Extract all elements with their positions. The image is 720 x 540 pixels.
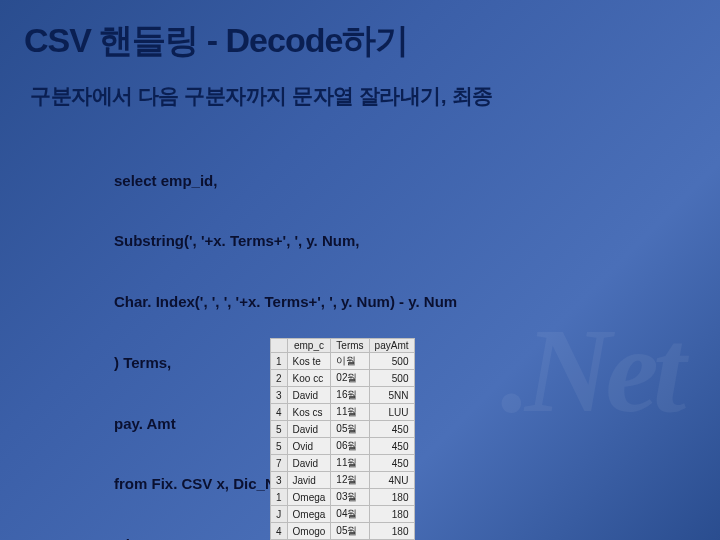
slide-title: CSV 핸들링 - Decode하기: [24, 18, 696, 64]
cell-terms: 04월: [331, 506, 369, 523]
table-header-row: emp_c Terms payAmt: [271, 339, 415, 353]
row-number: 4: [271, 523, 288, 540]
row-number: 5: [271, 438, 288, 455]
cell-emp: David: [287, 421, 331, 438]
row-number: 5: [271, 421, 288, 438]
code-line: Char. Index(', ', ', '+x. Terms+', ', y.…: [114, 292, 696, 312]
row-number: J: [271, 506, 288, 523]
cell-terms: 02월: [331, 370, 369, 387]
result-table-container: emp_c Terms payAmt 1Kos te이월5002Koo cc02…: [270, 338, 490, 540]
cell-payamt: 450: [369, 438, 414, 455]
table-row: 3David16월5NN: [271, 387, 415, 404]
row-number: 4: [271, 404, 288, 421]
cell-payamt: 500: [369, 353, 414, 370]
cell-payamt: 180: [369, 489, 414, 506]
cell-emp: Omogo: [287, 523, 331, 540]
code-line: Substring(', '+x. Terms+', ', y. Num,: [114, 231, 696, 251]
cell-terms: 03월: [331, 489, 369, 506]
col-header: payAmt: [369, 339, 414, 353]
cell-terms: 11월: [331, 404, 369, 421]
table-row: 4Omogo05월180: [271, 523, 415, 540]
cell-payamt: 4NU: [369, 472, 414, 489]
col-header: emp_c: [287, 339, 331, 353]
row-number: 3: [271, 472, 288, 489]
col-header: Terms: [331, 339, 369, 353]
cell-payamt: 450: [369, 455, 414, 472]
cell-emp: Omega: [287, 506, 331, 523]
result-table: emp_c Terms payAmt 1Kos te이월5002Koo cc02…: [270, 338, 415, 540]
table-row: 5David05월450: [271, 421, 415, 438]
cell-terms: 05월: [331, 421, 369, 438]
cell-emp: David: [287, 455, 331, 472]
table-row: 7David11월450: [271, 455, 415, 472]
cell-terms: 12월: [331, 472, 369, 489]
cell-emp: Omega: [287, 489, 331, 506]
cell-terms: 06월: [331, 438, 369, 455]
cell-emp: David: [287, 387, 331, 404]
row-number: 3: [271, 387, 288, 404]
cell-terms: 이월: [331, 353, 369, 370]
cell-payamt: 5NN: [369, 387, 414, 404]
cell-emp: Koo cc: [287, 370, 331, 387]
row-number: 7: [271, 455, 288, 472]
cell-emp: Javid: [287, 472, 331, 489]
table-row: 2Koo cc02월500: [271, 370, 415, 387]
cell-emp: Kos te: [287, 353, 331, 370]
table-row: 1Kos te이월500: [271, 353, 415, 370]
row-number: 2: [271, 370, 288, 387]
slide-container: .Net CSV 핸들링 - Decode하기 구분자에서 다음 구분자까지 문…: [0, 0, 720, 540]
row-number: 1: [271, 353, 288, 370]
cell-emp: Ovid: [287, 438, 331, 455]
cell-payamt: LUU: [369, 404, 414, 421]
code-line: select emp_id,: [114, 171, 696, 191]
table-row: 1Omega03월180: [271, 489, 415, 506]
cell-terms: 11월: [331, 455, 369, 472]
col-header: [271, 339, 288, 353]
table-row: 3Javid12월4NU: [271, 472, 415, 489]
row-number: 1: [271, 489, 288, 506]
table-row: 5Ovid06월450: [271, 438, 415, 455]
cell-payamt: 180: [369, 523, 414, 540]
cell-terms: 05월: [331, 523, 369, 540]
cell-payamt: 500: [369, 370, 414, 387]
cell-terms: 16월: [331, 387, 369, 404]
slide-subtitle: 구분자에서 다음 구분자까지 문자열 잘라내기, 최종: [30, 82, 696, 110]
cell-payamt: 180: [369, 506, 414, 523]
table-row: 4Kos cs11월LUU: [271, 404, 415, 421]
cell-payamt: 450: [369, 421, 414, 438]
cell-emp: Kos cs: [287, 404, 331, 421]
code-text: where y. Num <=: [114, 536, 236, 540]
table-row: JOmega04월180: [271, 506, 415, 523]
